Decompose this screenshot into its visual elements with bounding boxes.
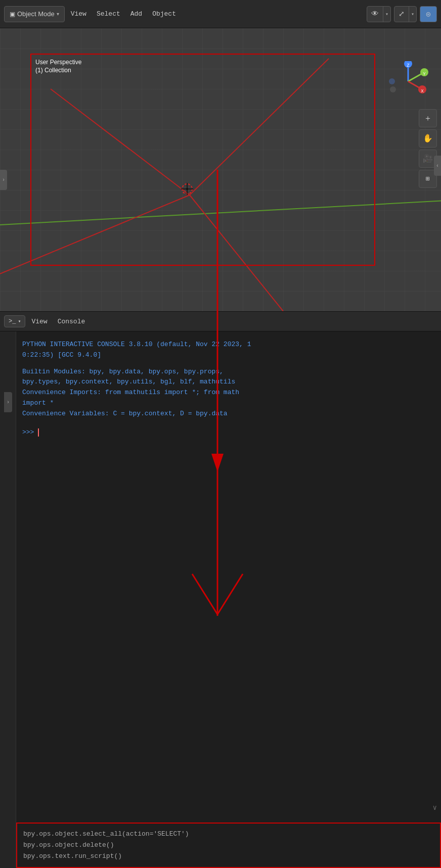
- console-info-block: PYTHON INTERACTIVE CONSOLE 3.8.10 (defau…: [22, 340, 435, 419]
- grid-icon: ⊞: [426, 175, 430, 183]
- camera-icon: 🎥: [423, 154, 433, 164]
- console-view-menu[interactable]: View: [27, 315, 51, 328]
- console-type-chevron: ▾: [18, 318, 21, 324]
- mode-selector[interactable]: ▣ Object Mode ▾: [4, 6, 65, 22]
- viewport-right-toggle[interactable]: ‹: [434, 156, 441, 176]
- prompt-symbol: >>>: [22, 427, 34, 438]
- console-info-line4: Builtin Modules: bpy, bpy.data, bpy.ops,…: [22, 367, 435, 377]
- console-label[interactable]: Console: [54, 315, 90, 328]
- code-box[interactable]: bpy.ops.object.select_all(action='SELECT…: [16, 823, 441, 868]
- zoom-in-button[interactable]: ＋: [419, 109, 437, 127]
- console-info-line2: 0:22:35) [GCC 9.4.0]: [22, 350, 435, 361]
- perspective-label: User Perspective: [35, 59, 81, 66]
- orientation-gizmo[interactable]: Z Y X: [388, 61, 428, 102]
- collection-label: (1) Collection: [35, 67, 81, 74]
- viewport-right-tools: ＋ ✋ 🎥 ⊞: [419, 109, 437, 188]
- console-info-line1: PYTHON INTERACTIVE CONSOLE 3.8.10 (defau…: [22, 340, 435, 350]
- shading-chevron[interactable]: ▾: [383, 7, 390, 22]
- code-line3: bpy.ops.text.run_script(): [23, 851, 434, 862]
- svg-text:Y: Y: [423, 72, 426, 77]
- cursor-crosshair: [180, 181, 195, 197]
- object-menu[interactable]: Object: [148, 8, 180, 20]
- chevron-right-icon: ›: [2, 177, 5, 183]
- top-toolbar: ▣ Object Mode ▾ View Select Add Object 👁…: [0, 0, 441, 28]
- add-menu[interactable]: Add: [126, 8, 146, 20]
- viewport-info: User Perspective (1) Collection: [35, 59, 81, 74]
- viewport-shading-group: 👁 ▾: [367, 6, 391, 22]
- viewport-left-toggle[interactable]: ›: [0, 170, 7, 190]
- select-menu[interactable]: Select: [93, 8, 124, 20]
- eye-icon[interactable]: 👁: [367, 7, 383, 22]
- xray-button[interactable]: ◎: [420, 6, 437, 22]
- svg-point-19: [186, 188, 188, 190]
- console-content[interactable]: PYTHON INTERACTIVE CONSOLE 3.8.10 (defau…: [16, 331, 441, 868]
- svg-text:Z: Z: [407, 63, 410, 68]
- mode-chevron: ▾: [57, 11, 59, 17]
- gizmo-svg: Z Y X: [388, 61, 428, 102]
- mode-label: Object Mode: [17, 10, 55, 18]
- console-info-line7: import *: [22, 398, 435, 409]
- hand-icon: ✋: [423, 133, 433, 143]
- chevron-left-icon: ‹: [436, 163, 439, 169]
- xray-icon: ◎: [426, 10, 430, 18]
- plus-icon: ＋: [424, 113, 432, 124]
- cursor-caret: [38, 428, 39, 437]
- svg-text:X: X: [421, 89, 424, 94]
- console-left-sidebar: ›: [0, 331, 16, 868]
- toolbar-right: 👁 ▾ ⤢ ▾ ◎: [367, 6, 437, 22]
- chevron-right-icon-sidebar: ›: [7, 400, 10, 405]
- console-toolbar: >_ ▾ View Console: [0, 311, 441, 331]
- console-info-line5: bpy.types, bpy.context, bpy.utils, bgl, …: [22, 377, 435, 388]
- viewport-3d[interactable]: User Perspective (1) Collection Z Y X ＋: [0, 28, 441, 311]
- console-spacer1: [22, 361, 435, 367]
- overlay-chevron[interactable]: ▾: [409, 7, 416, 22]
- sidebar-toggle[interactable]: ›: [4, 392, 12, 412]
- svg-point-15: [389, 78, 395, 84]
- overlay-icon[interactable]: ⤢: [394, 7, 409, 22]
- code-line2: bpy.ops.object.delete(): [23, 840, 434, 851]
- console-type-selector[interactable]: >_ ▾: [4, 315, 25, 327]
- svg-point-14: [390, 86, 396, 92]
- console-info-line6: Convenience Imports: from mathutils impo…: [22, 388, 435, 398]
- console-area: › PYTHON INTERACTIVE CONSOLE 3.8.10 (def…: [0, 331, 441, 868]
- scroll-down-indicator[interactable]: ∨: [433, 802, 437, 813]
- console-prompt[interactable]: >>>: [22, 427, 435, 438]
- pan-button[interactable]: ✋: [419, 129, 437, 148]
- terminal-icon: >_: [9, 318, 16, 325]
- console-info-line8: Convenience Variables: C = bpy.context, …: [22, 409, 435, 419]
- overlay-group: ⤢ ▾: [394, 6, 417, 22]
- view-menu[interactable]: View: [67, 8, 91, 20]
- code-line1: bpy.ops.object.select_all(action='SELECT…: [23, 829, 434, 840]
